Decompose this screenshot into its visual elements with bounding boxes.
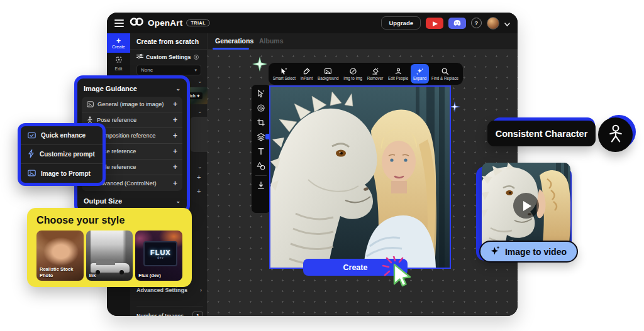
edit-toolbar: Smart Select InPaint Background Img to I… (269, 63, 463, 85)
hamburger-menu-icon[interactable] (114, 19, 124, 27)
menu-item-quick-enhance[interactable]: Quick enhance (21, 126, 103, 145)
tool-strip (252, 85, 270, 213)
green-sparkle-icon (252, 56, 268, 75)
image-to-video-label: Image to video (505, 247, 567, 257)
play-button[interactable] (513, 193, 539, 219)
character-icon-button[interactable] (598, 117, 633, 152)
number-of-images-row: Number of Images 1 (136, 306, 203, 316)
openart-logo-icon (130, 17, 144, 29)
logo-text: OpenArt (148, 18, 182, 28)
tool-smart-select[interactable]: Smart Select (270, 64, 298, 84)
advanced-settings-row[interactable]: Advanced Settings › (136, 287, 202, 293)
style-card-realistic-stock-photo[interactable]: Realistic Stock Photo (36, 231, 84, 281)
play-icon (523, 201, 531, 211)
person-icon (606, 124, 625, 146)
image-guidance-title: Image Guidance (84, 85, 137, 92)
plus-icon[interactable]: + (197, 187, 201, 195)
tool-inpaint[interactable]: InPaint (298, 64, 315, 84)
guidance-row-general[interactable]: General (image to image) + (82, 97, 182, 112)
crop-icon[interactable] (256, 117, 266, 128)
chevron-down-icon[interactable]: ⌄ (197, 108, 203, 114)
chevron-down-icon: ⌄ (175, 85, 180, 92)
select-cursor-icon[interactable] (256, 89, 266, 99)
find-replace-icon (441, 67, 449, 75)
tool-background[interactable]: Background (315, 64, 341, 84)
plus-icon[interactable]: + (173, 131, 177, 140)
edit-people-icon (394, 67, 402, 75)
active-tab-underline (213, 48, 249, 50)
quick-menu: Quick enhance Customize prompt Image to … (18, 123, 106, 186)
number-of-images-input[interactable]: 1 (192, 312, 203, 316)
character-at-icon[interactable] (256, 103, 266, 113)
tab-albums[interactable]: Albums (259, 37, 284, 45)
question-icon: ? (475, 19, 479, 26)
tool-find-replace[interactable]: Find & Replace (429, 64, 461, 84)
tool-img-to-img[interactable]: Img to Img (341, 64, 364, 84)
retro-monitor-illustration: FLUX dev (143, 241, 177, 266)
tool-remover[interactable]: Remover (365, 64, 386, 84)
caret-down-icon: ▾ (194, 68, 197, 73)
info-icon[interactable] (194, 55, 199, 60)
model-thumbnail[interactable]: tch ✦ (189, 87, 208, 104)
trial-badge: TRIAL (186, 19, 210, 26)
dropdown-value: None (141, 67, 153, 73)
discord-button[interactable] (448, 18, 466, 29)
create-label: Create (112, 45, 125, 49)
plus-icon[interactable]: + (173, 163, 177, 171)
top-bar: OpenArt TRIAL Upgrade ? (107, 13, 518, 33)
number-of-images-label: Number of Images (136, 313, 184, 317)
text-tool-icon[interactable] (256, 146, 266, 156)
plus-icon: + (116, 38, 121, 44)
output-size-header[interactable]: Output Size ⌄ (82, 191, 182, 206)
image-icon (28, 168, 36, 179)
dragon-woman-artwork (270, 87, 450, 268)
upgrade-button[interactable]: Upgrade (381, 16, 421, 30)
chevron-down-icon: ⌄ (175, 198, 180, 204)
plus-icon[interactable]: + (173, 100, 177, 109)
plus-icon[interactable]: + (173, 147, 177, 156)
help-button[interactable]: ? (471, 18, 482, 28)
shapes-icon[interactable] (256, 161, 266, 171)
openart-logo[interactable]: OpenArt TRIAL (130, 17, 210, 29)
edit-icon (115, 55, 123, 66)
style-card-ink[interactable]: Ink (86, 231, 133, 281)
prompt-box[interactable] (191, 117, 208, 152)
sidebar-item-edit[interactable]: Edit (107, 53, 130, 72)
plus-icon[interactable]: + (173, 116, 177, 124)
remover-icon (371, 67, 379, 75)
chevron-down-icon[interactable]: ⌄ (197, 163, 203, 170)
canvas[interactable]: Generations Albums Smart Select InPain (208, 33, 518, 316)
sliders-icon (136, 53, 143, 60)
youtube-button[interactable] (426, 18, 443, 29)
lightning-icon (28, 149, 35, 160)
smart-select-icon (280, 67, 288, 75)
chevron-down-icon[interactable]: ⌄ (197, 78, 203, 84)
discord-icon (453, 18, 462, 29)
download-icon[interactable] (256, 180, 266, 190)
style-panel: Choose your style Realistic Stock Photo … (27, 208, 192, 287)
custom-settings-label: Custom Settings (146, 54, 191, 60)
create-button[interactable]: Create (303, 259, 408, 276)
plus-icon[interactable]: + (173, 179, 177, 188)
avatar[interactable] (487, 17, 499, 30)
image-guidance-header[interactable]: Image Guidance ⌄ (82, 83, 182, 97)
menu-item-customize-prompt[interactable]: Customize prompt (21, 145, 103, 164)
generated-image[interactable] (269, 85, 451, 269)
switch-model-button[interactable]: tch ✦ (189, 92, 203, 99)
tool-expand[interactable]: Expand (411, 64, 429, 84)
tabs-bar: Generations Albums (208, 33, 518, 50)
tab-generations[interactable]: Generations (215, 37, 253, 45)
image-to-video-button[interactable]: Image to video (479, 241, 578, 263)
plus-icon[interactable]: + (197, 173, 201, 181)
advanced-settings-label: Advanced Settings (136, 287, 187, 293)
tool-edit-people[interactable]: Edit People (386, 64, 411, 84)
style-card-flux-dev[interactable]: FLUX dev Flux (dev) (135, 231, 182, 281)
chevron-down-icon[interactable] (504, 18, 510, 29)
custom-settings-dropdown[interactable]: None ▾ (136, 65, 201, 75)
layers-icon[interactable] (256, 132, 266, 142)
panel-title: Create from scratch (130, 33, 207, 50)
sidebar-item-create[interactable]: + Create (107, 33, 130, 53)
chevron-right-icon: › (200, 287, 202, 293)
consistent-character-callout: Consistent Character (487, 121, 596, 146)
menu-item-image-to-prompt[interactable]: Image to Prompt (21, 164, 103, 183)
